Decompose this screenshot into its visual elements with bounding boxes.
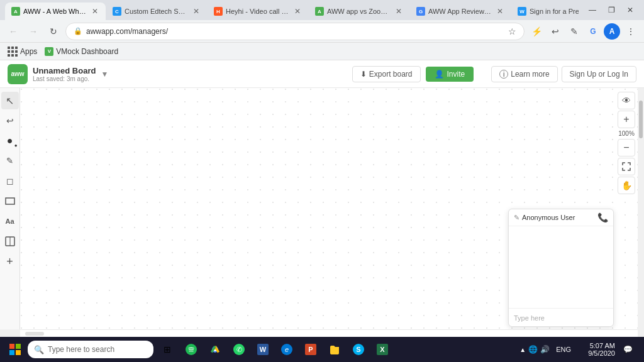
tab-label-1: AWW - A Web Whit... — [23, 8, 87, 15]
skype-button[interactable]: S — [347, 338, 370, 361]
board-dropdown-icon[interactable]: ▼ — [101, 70, 108, 79]
lock-icon: 🔒 — [74, 27, 82, 35]
bookmark-star-icon[interactable]: ☆ — [508, 26, 516, 36]
spotify-button[interactable] — [180, 338, 203, 361]
files-button[interactable] — [323, 338, 346, 361]
eraser-tool[interactable]: ◻ — [1, 172, 19, 190]
export-label: Export board — [369, 70, 413, 79]
profile-button[interactable]: A — [604, 23, 620, 40]
reload-button[interactable]: ↻ — [45, 23, 62, 40]
browser-tab-4[interactable]: A AWW app vs Zoom i... ✕ — [309, 3, 409, 20]
url-bar[interactable]: 🔒 awwapp.com/managers/ ☆ — [65, 23, 525, 40]
svg-text:S: S — [356, 346, 360, 353]
word-button[interactable]: W — [252, 338, 274, 361]
tab-close-3[interactable]: ✕ — [293, 6, 302, 16]
browser-tab-2[interactable]: C Custom Edtech Soft... ✕ — [106, 3, 207, 20]
tab-close-5[interactable]: ✕ — [496, 6, 504, 16]
fit-screen-button[interactable] — [618, 158, 635, 175]
tabs-area: A AWW - A Web Whit... ✕ C Custom Edtech … — [5, 0, 579, 20]
tab-favicon-1: A — [11, 7, 20, 16]
tray-network-icon[interactable]: 🌐 — [528, 345, 538, 354]
tab-close-2[interactable]: ✕ — [192, 6, 201, 16]
zoom-out-button[interactable]: − — [618, 139, 635, 156]
forward-button[interactable]: → — [25, 23, 42, 40]
clock-date: 9/5/2020 — [588, 349, 615, 357]
powerpoint-button[interactable]: P — [299, 338, 322, 361]
export-button[interactable]: ⬇ Export board — [352, 66, 421, 82]
taskbar-clock[interactable]: 5:07 AM 9/5/2020 — [577, 342, 615, 357]
whatsapp-button[interactable]: ✆ — [228, 338, 250, 361]
vmock-bookmark[interactable]: V VMock Dashboard — [45, 47, 118, 56]
extensions-button[interactable]: ⚡ — [528, 23, 545, 40]
apps-bookmark[interactable]: Apps — [8, 47, 37, 57]
menu-button[interactable]: ⋮ — [623, 23, 639, 40]
call-icon[interactable]: 📞 — [597, 212, 608, 222]
task-view-button[interactable]: ⊞ — [156, 338, 179, 361]
history-button[interactable]: ↩ — [547, 23, 564, 40]
invite-icon: 👤 — [435, 70, 444, 79]
text-tool[interactable]: Aa — [1, 212, 19, 230]
sticky-note-tool[interactable] — [1, 233, 19, 250]
browser-tab-6[interactable]: W Sign in for a Premiu... ✕ — [511, 3, 579, 20]
notification-button[interactable]: 💬 — [619, 341, 636, 358]
canvas-area[interactable]: 👁 + 100% − ✋ ✎ Anonymous User — [20, 88, 638, 329]
bookmarks-bar: Apps V VMock Dashboard — [0, 43, 644, 60]
taskbar-search[interactable]: 🔍 Type here to search — [28, 341, 153, 358]
undo-tool[interactable]: ↩ — [1, 112, 19, 129]
window-controls: — ❐ ✕ — [584, 4, 639, 16]
minimize-button[interactable]: — — [584, 4, 601, 16]
aww-app: aww Unnamed Board Last saved: 3m ago. ▼ … — [0, 60, 644, 337]
svg-text:W: W — [260, 346, 267, 353]
tray-volume-icon[interactable]: 🔊 — [540, 345, 550, 354]
vmock-label: VMock Dashboard — [56, 47, 118, 56]
back-button[interactable]: ← — [5, 23, 21, 40]
canvas-bottom-bar — [20, 329, 638, 337]
signup-label: Sign Up or Log In — [570, 70, 628, 79]
invite-button[interactable]: 👤 Invite — [426, 67, 474, 82]
scrollbar-right[interactable] — [638, 88, 644, 329]
learn-more-button[interactable]: i Learn more — [491, 66, 557, 82]
tray-up-icon[interactable]: ▲ — [519, 346, 526, 353]
g-button[interactable]: G — [585, 23, 601, 40]
search-icon: 🔍 — [34, 345, 44, 354]
apps-label: Apps — [20, 47, 37, 56]
bottom-scrollbar-thumb[interactable] — [25, 332, 44, 336]
browser-tab-1[interactable]: A AWW - A Web Whit... ✕ — [5, 3, 106, 20]
tab-close-4[interactable]: ✕ — [394, 6, 403, 16]
view-button[interactable]: 👁 — [618, 92, 635, 109]
tab-label-4: AWW app vs Zoom i... — [327, 8, 391, 15]
pencil-tool[interactable]: ✏ — [0, 148, 22, 173]
svg-rect-0 — [6, 198, 14, 204]
edit-button[interactable]: ✎ — [566, 23, 582, 40]
zoom-in-button[interactable]: + — [618, 111, 635, 128]
board-name: Unnamed Board — [33, 66, 96, 75]
search-placeholder: Type here to search — [48, 345, 114, 354]
signup-button[interactable]: Sign Up or Log In — [562, 66, 636, 82]
close-button[interactable]: ✕ — [621, 4, 639, 16]
excel-button[interactable]: X — [371, 338, 394, 361]
start-button[interactable] — [3, 337, 28, 362]
page-content: aww Unnamed Board Last saved: 3m ago. ▼ … — [0, 60, 644, 337]
url-text: awwapp.com/managers/ — [86, 27, 504, 36]
rectangle-tool[interactable] — [1, 192, 19, 210]
tab-label-3: Heyhi - Video call w... — [226, 8, 290, 15]
tab-close-1[interactable]: ✕ — [91, 6, 99, 16]
maximize-button[interactable]: ❐ — [602, 4, 620, 16]
browser-tab-5[interactable]: G AWW App Reviews... ✕ — [410, 3, 511, 20]
cursor-tool[interactable]: ↖ — [1, 92, 19, 109]
add-tool[interactable]: + — [1, 253, 19, 270]
taskbar-items: ⊞ ✆ W e P S — [156, 338, 394, 361]
pan-button[interactable]: ✋ — [618, 177, 635, 194]
chat-username: Anonymous User — [522, 214, 595, 221]
edge-button[interactable]: e — [275, 338, 298, 361]
chrome-taskbar-button[interactable] — [204, 338, 226, 361]
browser-tab-3[interactable]: H Heyhi - Video call w... ✕ — [208, 3, 308, 20]
chat-footer[interactable]: Type here — [509, 308, 613, 326]
address-bar: ← → ↻ 🔒 awwapp.com/managers/ ☆ ⚡ ↩ ✎ G A… — [0, 20, 644, 43]
tab-favicon-4: A — [315, 7, 324, 16]
chat-body — [509, 226, 613, 308]
aww-topbar: aww Unnamed Board Last saved: 3m ago. ▼ … — [0, 60, 644, 88]
tab-label-6: Sign in for a Premiu... — [530, 8, 579, 15]
tray-lang: ENG — [556, 346, 571, 353]
brush-tool[interactable]: ● ● — [1, 132, 19, 150]
